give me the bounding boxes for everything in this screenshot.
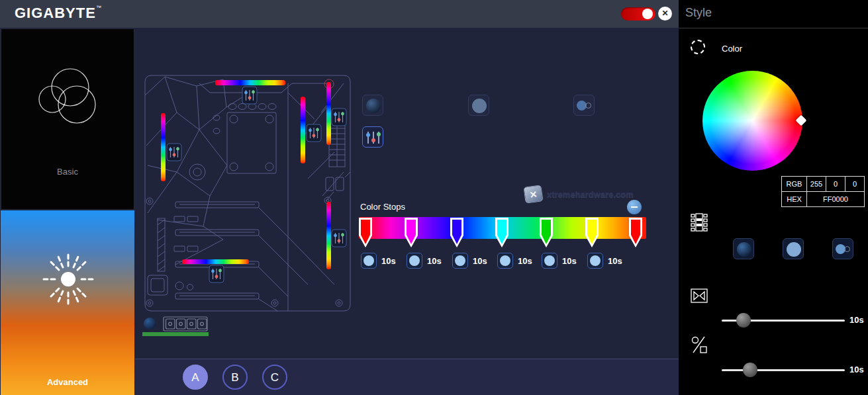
profile-a-button[interactable]: A bbox=[183, 365, 208, 390]
fade-ball-icon bbox=[737, 242, 751, 257]
stop-duration: 10s bbox=[407, 253, 442, 269]
titlebar: GIGABYTE™ ✕ bbox=[0, 0, 679, 28]
stop-duration: 10s bbox=[497, 253, 532, 269]
stop-duration: 10s bbox=[587, 253, 622, 269]
trademark-symbol: ™ bbox=[96, 5, 102, 11]
power-toggle[interactable] bbox=[621, 7, 655, 21]
speed-slider-knob[interactable] bbox=[736, 313, 751, 328]
toggle-knob-icon bbox=[642, 9, 653, 19]
stop-duration: 10s bbox=[542, 253, 577, 269]
green-progress-bar bbox=[142, 332, 209, 336]
fade-ball-icon bbox=[366, 99, 381, 113]
rgb-label: RGB bbox=[782, 177, 807, 192]
brightness-percent-icon bbox=[691, 335, 708, 355]
rgb-fusion-window: GIGABYTE™ ✕ Basic bbox=[0, 0, 868, 395]
duration-button[interactable] bbox=[452, 253, 468, 269]
profile-bar: A B C bbox=[135, 359, 679, 395]
duration-dot-icon bbox=[455, 255, 465, 266]
duration-button[interactable] bbox=[361, 253, 377, 269]
rgb-g-value[interactable]: 0 bbox=[826, 177, 845, 192]
style-mode-static-button[interactable] bbox=[783, 238, 804, 259]
film-strip-icon bbox=[691, 213, 708, 232]
color-stop-marker[interactable] bbox=[629, 218, 642, 247]
duration-dot-icon bbox=[590, 255, 601, 266]
duration-dot-icon bbox=[500, 255, 510, 266]
duration-button[interactable] bbox=[497, 253, 513, 269]
sidebar-item-advanced[interactable]: Advanced bbox=[1, 210, 134, 395]
mode-fade-button[interactable] bbox=[362, 95, 383, 116]
style-mode-fade-button[interactable] bbox=[733, 238, 754, 259]
advanced-label: Advanced bbox=[1, 377, 134, 387]
brightness-slider[interactable] bbox=[722, 369, 845, 371]
static-ball-icon bbox=[787, 242, 801, 257]
watermark-text: xtremehardware.com bbox=[547, 189, 634, 199]
style-panel: Style Color RGB 255 0 0 HEX FF0000 bbox=[679, 0, 868, 395]
duration-button[interactable] bbox=[542, 253, 557, 269]
stop-duration: 10s bbox=[452, 253, 487, 269]
divider bbox=[679, 28, 868, 28]
starburst-icon bbox=[40, 251, 96, 307]
profile-c-button[interactable]: C bbox=[262, 365, 287, 390]
basic-label: Basic bbox=[1, 167, 134, 177]
duration-button[interactable] bbox=[407, 253, 422, 269]
brightness-slider-knob[interactable] bbox=[743, 363, 757, 377]
venn-circles-icon bbox=[30, 61, 107, 138]
speed-value: 10s bbox=[849, 315, 864, 325]
sidebar: Basic Advanced bbox=[0, 28, 135, 395]
mode-static-button[interactable] bbox=[468, 95, 489, 116]
hex-label: HEX bbox=[782, 192, 807, 207]
sidebar-item-basic[interactable]: Basic bbox=[1, 28, 134, 210]
custom-sliders-button[interactable] bbox=[362, 126, 383, 148]
speed-slider[interactable] bbox=[722, 320, 845, 322]
static-ball-icon bbox=[472, 99, 487, 113]
duration-dot-icon bbox=[409, 255, 420, 266]
duration-dot-icon bbox=[363, 255, 374, 266]
duration-button[interactable] bbox=[587, 253, 603, 269]
rgb-r-value[interactable]: 255 bbox=[807, 177, 826, 192]
rgb-hex-table: RGB 255 0 0 HEX FF0000 bbox=[781, 176, 865, 207]
brightness-value: 10s bbox=[849, 365, 864, 374]
board-zone-button bbox=[144, 318, 156, 329]
watermark: ✕ xtremehardware.com bbox=[524, 186, 634, 202]
color-section-label: Color bbox=[722, 44, 742, 54]
close-icon[interactable]: ✕ bbox=[658, 7, 672, 21]
transition-speed-icon bbox=[691, 287, 708, 304]
color-wheel[interactable] bbox=[702, 71, 802, 171]
style-mode-double-flash-button[interactable] bbox=[832, 238, 853, 259]
mode-double-flash-button[interactable] bbox=[573, 95, 595, 116]
rgb-b-value[interactable]: 0 bbox=[845, 177, 865, 192]
style-panel-title: Style bbox=[685, 6, 712, 20]
color-ring-icon bbox=[691, 40, 705, 54]
motherboard-illustration bbox=[136, 66, 559, 344]
x-logo-icon: ✕ bbox=[523, 185, 543, 204]
main-panel: ✕ xtremehardware.com Color Stops 10s 10s… bbox=[135, 28, 679, 359]
profile-b-button[interactable]: B bbox=[222, 365, 248, 390]
minus-icon bbox=[631, 206, 638, 208]
hex-value[interactable]: FF0000 bbox=[807, 192, 865, 207]
duration-dot-icon bbox=[544, 255, 555, 266]
remove-stop-button[interactable] bbox=[627, 200, 642, 214]
flash-ring-icon bbox=[844, 246, 850, 252]
led-header-connector bbox=[164, 317, 207, 331]
stop-duration: 10s bbox=[361, 253, 396, 269]
led-strips bbox=[161, 80, 331, 269]
flash-ring-icon bbox=[585, 103, 591, 109]
gigabyte-logo: GIGABYTE™ bbox=[15, 5, 102, 22]
color-stops-label: Color Stops bbox=[360, 202, 405, 212]
color-stop-marker[interactable] bbox=[585, 218, 599, 247]
